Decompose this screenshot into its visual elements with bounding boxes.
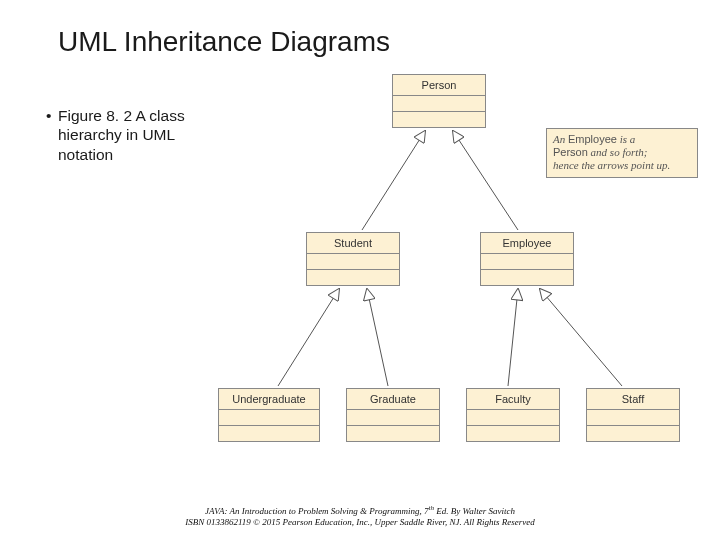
arrow-staff-employee: [540, 289, 622, 386]
uml-operations: [307, 270, 399, 285]
uml-attributes: [467, 410, 559, 426]
footer-line1b: Ed. By Walter Savitch: [434, 506, 515, 516]
callout-em: Employee: [568, 133, 617, 145]
uml-operations: [467, 426, 559, 441]
figure-caption: • Figure 8. 2 A class hierarchy in UML n…: [58, 106, 228, 164]
uml-operations: [219, 426, 319, 441]
callout-text: An: [553, 133, 568, 145]
uml-class-name: Staff: [587, 389, 679, 410]
arrow-faculty-employee: [508, 289, 518, 386]
slide-footer: JAVA: An Introduction to Problem Solving…: [0, 504, 720, 529]
uml-class-person: Person: [392, 74, 486, 128]
annotation-callout: An Employee is a Person and so forth; he…: [546, 128, 698, 178]
uml-operations: [393, 112, 485, 127]
callout-text: is a: [617, 133, 635, 145]
uml-class-employee: Employee: [480, 232, 574, 286]
uml-class-name: Student: [307, 233, 399, 254]
uml-class-faculty: Faculty: [466, 388, 560, 442]
uml-class-student: Student: [306, 232, 400, 286]
bullet-icon: •: [46, 106, 51, 125]
arrow-undergraduate-student: [278, 289, 339, 386]
uml-attributes: [347, 410, 439, 426]
uml-attributes: [307, 254, 399, 270]
uml-operations: [347, 426, 439, 441]
footer-line1: JAVA: An Introduction to Problem Solving…: [205, 506, 428, 516]
footer-line2: ISBN 0133862119 © 2015 Pearson Education…: [185, 517, 534, 527]
uml-operations: [481, 270, 573, 285]
uml-class-name: Faculty: [467, 389, 559, 410]
uml-attributes: [587, 410, 679, 426]
callout-text: and so forth;: [588, 146, 648, 158]
uml-class-name: Employee: [481, 233, 573, 254]
uml-attributes: [219, 410, 319, 426]
uml-class-name: Undergraduate: [219, 389, 319, 410]
page-title: UML Inheritance Diagrams: [58, 26, 390, 58]
uml-class-graduate: Graduate: [346, 388, 440, 442]
uml-class-staff: Staff: [586, 388, 680, 442]
uml-class-name: Graduate: [347, 389, 439, 410]
uml-operations: [587, 426, 679, 441]
callout-em: Person: [553, 146, 588, 158]
uml-attributes: [481, 254, 573, 270]
arrow-student-person: [362, 131, 425, 230]
uml-attributes: [393, 96, 485, 112]
figure-caption-text: Figure 8. 2 A class hierarchy in UML not…: [58, 107, 185, 163]
callout-text: hence the arrows point up.: [553, 159, 670, 171]
arrow-employee-person: [453, 131, 518, 230]
uml-class-name: Person: [393, 75, 485, 96]
arrow-graduate-student: [367, 289, 388, 386]
uml-class-undergraduate: Undergraduate: [218, 388, 320, 442]
